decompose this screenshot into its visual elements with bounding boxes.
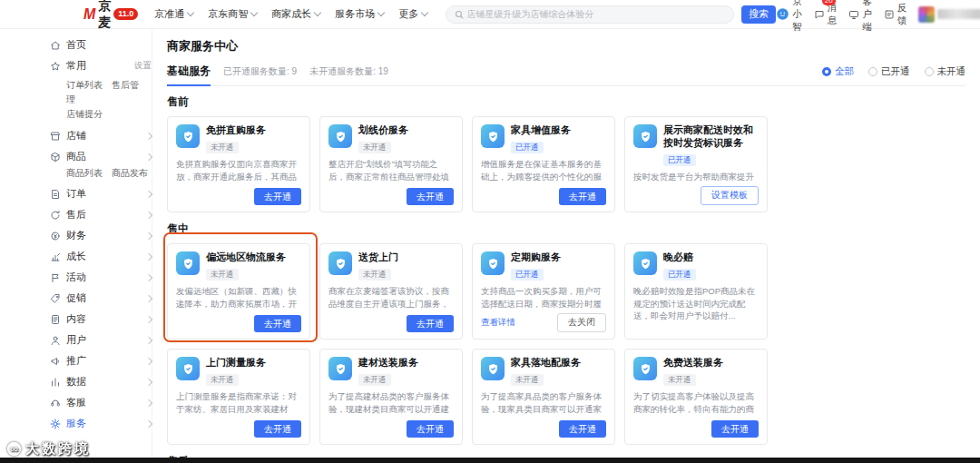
sidebar-item-13[interactable]: 服务 [50,413,152,434]
sidebar-item-10[interactable]: 推广 [50,350,152,371]
sidebar-item-1[interactable]: 商品 [50,146,152,167]
card-action-button[interactable]: 去开通 [407,315,454,332]
submenu-item-1[interactable]: 商品发布 [112,167,148,182]
sidebar-item-6[interactable]: 活动 [50,267,152,288]
view-details-link[interactable]: 查看详情 [481,317,515,329]
message-icon [814,9,825,20]
service-description: 免拼直购服务仅面向京喜商家开放，商家开通此服务后，其商品将只以（购买已设置的拼.… [176,158,301,184]
sidebar-menu: 店铺商品商品列表商品发布订单售后财务成长活动促销内容用户推广数据客服服务 [50,125,152,434]
service-description: 商家在京麦端签署该协议，按商品维度自主开通该项上门服务，开通后可对消费者全... [328,285,454,311]
promo-icon [50,293,61,304]
tab-bar: 基础服务 已开通服务数量: 9 未开通服务数量: 19 全部已开通未开通 [167,64,965,86]
search-button[interactable]: 搜索 [741,5,776,24]
top-header: M 京麦 11.0 京准通京东商智商家成长服务市场更多 搜索 京小智 20 消息 [0,0,980,29]
card-action-button[interactable]: 去开通 [559,188,606,205]
search-bar: 搜索 [446,5,776,24]
sidebar-item-11[interactable]: 数据 [50,371,152,392]
client-download-entry[interactable]: 客户端 [848,0,872,34]
card-action-button[interactable]: 去开通 [254,315,301,332]
shield-icon [334,130,348,143]
section: 售中偏远地区物流服务未开通发偏远地区（如新疆、西藏）快递降本，助力商家拓展市场，… [167,222,965,445]
page-title: 商家服务中心 [167,38,965,54]
card-action-button[interactable]: 去关闭 [557,313,606,332]
frequent-settings-link[interactable]: 设置 [134,60,152,72]
sidebar-item-7[interactable]: 促销 [50,288,152,309]
service-icon [481,251,505,275]
card-action-button[interactable]: 去开通 [407,188,454,205]
messages-label: 消息 [828,2,838,27]
service-sections: 售前免拼直购服务未开通免拼直购服务仅面向京喜商家开放，商家开通此服务后，其商品将… [167,94,965,463]
service-icon [176,357,200,380]
version-badge: 11.0 [113,8,138,20]
user-icon [50,335,61,346]
data-icon [50,377,61,388]
service-description: 为了提高家具品类的客户服务体验，现家具类目商家可以开通家具落地配服务，开通之..… [481,390,606,417]
nav-item-3[interactable]: 服务市场 [335,7,384,21]
service-icon [328,124,352,148]
nav-item-2[interactable]: 商家成长 [271,7,320,21]
feedback-entry[interactable]: 反馈 [884,2,907,27]
nav-item-0[interactable]: 京准通 [154,7,193,21]
shortcut-0[interactable]: 订单列表 [66,80,103,90]
card-action-button[interactable]: 去开通 [254,420,301,438]
radio-icon [822,67,831,76]
opened-count: 已开通服务数量: 9 [223,65,297,78]
search-input[interactable] [465,8,726,20]
card-action-button[interactable]: 去开通 [407,420,454,438]
service-title: 建材送装服务 [358,357,418,369]
assistant-label: 京小智 [792,0,802,34]
service-card: 定期购服务已开通支持商品一次购买多期，用户可选择配送日期，商家按期分时履约。点击… [472,243,615,340]
card-action-button[interactable]: 设置模板 [701,186,759,205]
sidebar-item-12[interactable]: 客服 [50,392,152,413]
sidebar-item-0[interactable]: 店铺 [50,125,152,146]
search-input-wrap[interactable] [446,5,734,24]
submenu-item-0[interactable]: 商品列表 [66,167,103,182]
shortcut-r2-0[interactable]: 店铺提分 [66,109,103,119]
sidebar-item-9[interactable]: 用户 [50,330,152,350]
messages-entry[interactable]: 20 消息 [814,2,838,27]
card-action-button[interactable]: 去开通 [254,188,301,205]
content-icon [50,314,61,325]
shield-icon [181,130,195,143]
service-card: 免拼直购服务未开通免拼直购服务仅面向京喜商家开放，商家开通此服务后，其商品将只以… [167,116,310,212]
filter-radio-1[interactable]: 已开通 [868,65,910,78]
service-description: 整店开启“划线价”填写功能之后，商家正常前往商品管理处填写某个SKU的划线价价格… [328,158,454,184]
sidebar-item-home[interactable]: 首页 [50,34,152,55]
unopened-count: 未开通服务数量: 19 [309,65,388,78]
nav-item-1[interactable]: 京东商智 [208,7,257,21]
chevron-down-icon [250,9,258,16]
nav-item-4[interactable]: 更多 [398,7,427,21]
service-title: 送货上门 [358,251,398,264]
sidebar-submenu: 商品列表商品发布 [50,167,152,183]
chevron-down-icon [377,9,385,16]
section: 售前免拼直购服务未开通免拼直购服务仅面向京喜商家开放，商家开通此服务后，其商品将… [167,94,965,212]
service-title: 家具落地配服务 [511,357,581,369]
sidebar-item-3[interactable]: 售后 [50,204,152,225]
sidebar-item-2[interactable]: 订单 [50,183,152,204]
service-title: 划线价服务 [358,124,408,137]
account-entry[interactable] [918,6,980,23]
service-icon [50,419,61,429]
service-card: 免费送装服务未开通为了切实提高客户体验以及提高商家的转化率，特向有能力的商家开通… [624,349,768,445]
card-action-button[interactable]: 去开通 [711,420,759,438]
status-badge: 已开通 [511,269,544,281]
sidebar-item-4[interactable]: 财务 [50,225,152,246]
filter-radio-0[interactable]: 全部 [822,65,854,78]
feedback-icon [884,9,895,20]
status-badge: 未开通 [511,374,544,386]
chevron-down-icon [421,9,428,16]
sidebar-item-8[interactable]: 内容 [50,309,152,330]
sidebar-item-frequent[interactable]: 常用 设置 [50,55,152,76]
shield-icon [486,130,500,143]
service-card: 晚必赔已开通晚必赔时效险是指POP商品未在规定的预计送达时间内完成配送，即会对用… [624,243,768,340]
service-icon [633,124,657,148]
sidebar-item-5[interactable]: 成长 [50,246,152,267]
filter-radio-2[interactable]: 未开通 [925,65,966,78]
radio-icon [868,67,877,76]
status-badge: 未开通 [358,142,391,153]
card-action-button[interactable]: 去开通 [559,420,606,438]
jingmai-logo[interactable]: M 京麦 11.0 [83,0,138,31]
assistant-entry[interactable]: 京小智 [776,0,802,34]
tab-basic-services[interactable]: 基础服务 [167,64,211,79]
frequent-shortcuts: 订单列表售后管理店铺提分 [50,76,152,125]
